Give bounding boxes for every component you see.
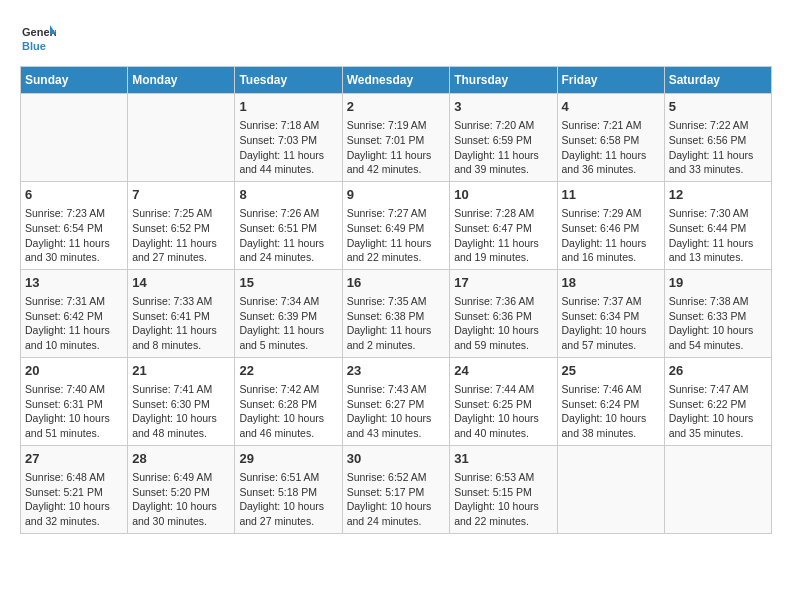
calendar-cell: 18Sunrise: 7:37 AM Sunset: 6:34 PM Dayli… — [557, 269, 664, 357]
calendar-week-3: 13Sunrise: 7:31 AM Sunset: 6:42 PM Dayli… — [21, 269, 772, 357]
calendar-cell: 2Sunrise: 7:19 AM Sunset: 7:01 PM Daylig… — [342, 94, 450, 182]
day-number: 5 — [669, 98, 767, 116]
calendar-cell: 3Sunrise: 7:20 AM Sunset: 6:59 PM Daylig… — [450, 94, 557, 182]
calendar-cell: 1Sunrise: 7:18 AM Sunset: 7:03 PM Daylig… — [235, 94, 342, 182]
day-info: Sunrise: 7:30 AM Sunset: 6:44 PM Dayligh… — [669, 206, 767, 265]
day-number: 19 — [669, 274, 767, 292]
header-cell-tuesday: Tuesday — [235, 67, 342, 94]
day-info: Sunrise: 7:37 AM Sunset: 6:34 PM Dayligh… — [562, 294, 660, 353]
day-number: 31 — [454, 450, 552, 468]
day-info: Sunrise: 7:22 AM Sunset: 6:56 PM Dayligh… — [669, 118, 767, 177]
day-info: Sunrise: 7:20 AM Sunset: 6:59 PM Dayligh… — [454, 118, 552, 177]
calendar-cell: 13Sunrise: 7:31 AM Sunset: 6:42 PM Dayli… — [21, 269, 128, 357]
day-info: Sunrise: 7:42 AM Sunset: 6:28 PM Dayligh… — [239, 382, 337, 441]
calendar-cell: 19Sunrise: 7:38 AM Sunset: 6:33 PM Dayli… — [664, 269, 771, 357]
header-cell-monday: Monday — [128, 67, 235, 94]
calendar-cell: 10Sunrise: 7:28 AM Sunset: 6:47 PM Dayli… — [450, 181, 557, 269]
day-number: 26 — [669, 362, 767, 380]
day-number: 15 — [239, 274, 337, 292]
calendar-cell: 17Sunrise: 7:36 AM Sunset: 6:36 PM Dayli… — [450, 269, 557, 357]
calendar-week-4: 20Sunrise: 7:40 AM Sunset: 6:31 PM Dayli… — [21, 357, 772, 445]
calendar-cell: 24Sunrise: 7:44 AM Sunset: 6:25 PM Dayli… — [450, 357, 557, 445]
day-info: Sunrise: 7:47 AM Sunset: 6:22 PM Dayligh… — [669, 382, 767, 441]
calendar-cell: 22Sunrise: 7:42 AM Sunset: 6:28 PM Dayli… — [235, 357, 342, 445]
calendar-cell: 31Sunrise: 6:53 AM Sunset: 5:15 PM Dayli… — [450, 445, 557, 533]
calendar-cell — [664, 445, 771, 533]
day-number: 4 — [562, 98, 660, 116]
calendar-cell: 23Sunrise: 7:43 AM Sunset: 6:27 PM Dayli… — [342, 357, 450, 445]
logo-icon: General Blue — [20, 20, 56, 56]
day-number: 9 — [347, 186, 446, 204]
day-info: Sunrise: 6:52 AM Sunset: 5:17 PM Dayligh… — [347, 470, 446, 529]
day-info: Sunrise: 7:36 AM Sunset: 6:36 PM Dayligh… — [454, 294, 552, 353]
calendar-cell: 9Sunrise: 7:27 AM Sunset: 6:49 PM Daylig… — [342, 181, 450, 269]
day-info: Sunrise: 7:19 AM Sunset: 7:01 PM Dayligh… — [347, 118, 446, 177]
logo: General Blue — [20, 20, 56, 56]
day-info: Sunrise: 6:48 AM Sunset: 5:21 PM Dayligh… — [25, 470, 123, 529]
calendar-cell: 28Sunrise: 6:49 AM Sunset: 5:20 PM Dayli… — [128, 445, 235, 533]
day-number: 22 — [239, 362, 337, 380]
calendar-cell: 8Sunrise: 7:26 AM Sunset: 6:51 PM Daylig… — [235, 181, 342, 269]
day-info: Sunrise: 7:44 AM Sunset: 6:25 PM Dayligh… — [454, 382, 552, 441]
day-info: Sunrise: 7:35 AM Sunset: 6:38 PM Dayligh… — [347, 294, 446, 353]
calendar-cell: 16Sunrise: 7:35 AM Sunset: 6:38 PM Dayli… — [342, 269, 450, 357]
day-number: 17 — [454, 274, 552, 292]
header-row: SundayMondayTuesdayWednesdayThursdayFrid… — [21, 67, 772, 94]
calendar-cell: 5Sunrise: 7:22 AM Sunset: 6:56 PM Daylig… — [664, 94, 771, 182]
day-number: 24 — [454, 362, 552, 380]
day-number: 23 — [347, 362, 446, 380]
calendar-cell: 15Sunrise: 7:34 AM Sunset: 6:39 PM Dayli… — [235, 269, 342, 357]
calendar-week-2: 6Sunrise: 7:23 AM Sunset: 6:54 PM Daylig… — [21, 181, 772, 269]
day-info: Sunrise: 7:43 AM Sunset: 6:27 PM Dayligh… — [347, 382, 446, 441]
day-info: Sunrise: 7:27 AM Sunset: 6:49 PM Dayligh… — [347, 206, 446, 265]
day-number: 21 — [132, 362, 230, 380]
day-number: 1 — [239, 98, 337, 116]
day-number: 12 — [669, 186, 767, 204]
calendar-week-5: 27Sunrise: 6:48 AM Sunset: 5:21 PM Dayli… — [21, 445, 772, 533]
calendar-cell: 26Sunrise: 7:47 AM Sunset: 6:22 PM Dayli… — [664, 357, 771, 445]
calendar-cell — [128, 94, 235, 182]
header-cell-sunday: Sunday — [21, 67, 128, 94]
calendar-cell: 6Sunrise: 7:23 AM Sunset: 6:54 PM Daylig… — [21, 181, 128, 269]
calendar-cell: 4Sunrise: 7:21 AM Sunset: 6:58 PM Daylig… — [557, 94, 664, 182]
day-info: Sunrise: 7:33 AM Sunset: 6:41 PM Dayligh… — [132, 294, 230, 353]
calendar-body: 1Sunrise: 7:18 AM Sunset: 7:03 PM Daylig… — [21, 94, 772, 534]
svg-text:Blue: Blue — [22, 40, 46, 52]
day-info: Sunrise: 7:34 AM Sunset: 6:39 PM Dayligh… — [239, 294, 337, 353]
calendar-cell: 7Sunrise: 7:25 AM Sunset: 6:52 PM Daylig… — [128, 181, 235, 269]
day-info: Sunrise: 7:31 AM Sunset: 6:42 PM Dayligh… — [25, 294, 123, 353]
day-number: 10 — [454, 186, 552, 204]
calendar-week-1: 1Sunrise: 7:18 AM Sunset: 7:03 PM Daylig… — [21, 94, 772, 182]
day-info: Sunrise: 7:40 AM Sunset: 6:31 PM Dayligh… — [25, 382, 123, 441]
day-number: 11 — [562, 186, 660, 204]
day-number: 7 — [132, 186, 230, 204]
header-cell-saturday: Saturday — [664, 67, 771, 94]
calendar-cell: 29Sunrise: 6:51 AM Sunset: 5:18 PM Dayli… — [235, 445, 342, 533]
calendar-cell — [21, 94, 128, 182]
calendar-cell: 20Sunrise: 7:40 AM Sunset: 6:31 PM Dayli… — [21, 357, 128, 445]
page-header: General Blue — [20, 20, 772, 56]
calendar-table: SundayMondayTuesdayWednesdayThursdayFrid… — [20, 66, 772, 534]
calendar-cell: 30Sunrise: 6:52 AM Sunset: 5:17 PM Dayli… — [342, 445, 450, 533]
day-info: Sunrise: 7:41 AM Sunset: 6:30 PM Dayligh… — [132, 382, 230, 441]
day-info: Sunrise: 6:53 AM Sunset: 5:15 PM Dayligh… — [454, 470, 552, 529]
day-number: 25 — [562, 362, 660, 380]
day-info: Sunrise: 7:38 AM Sunset: 6:33 PM Dayligh… — [669, 294, 767, 353]
calendar-cell: 21Sunrise: 7:41 AM Sunset: 6:30 PM Dayli… — [128, 357, 235, 445]
day-info: Sunrise: 7:23 AM Sunset: 6:54 PM Dayligh… — [25, 206, 123, 265]
day-info: Sunrise: 7:18 AM Sunset: 7:03 PM Dayligh… — [239, 118, 337, 177]
day-info: Sunrise: 7:25 AM Sunset: 6:52 PM Dayligh… — [132, 206, 230, 265]
calendar-cell: 27Sunrise: 6:48 AM Sunset: 5:21 PM Dayli… — [21, 445, 128, 533]
calendar-cell: 11Sunrise: 7:29 AM Sunset: 6:46 PM Dayli… — [557, 181, 664, 269]
day-info: Sunrise: 7:46 AM Sunset: 6:24 PM Dayligh… — [562, 382, 660, 441]
day-number: 14 — [132, 274, 230, 292]
day-number: 28 — [132, 450, 230, 468]
calendar-cell — [557, 445, 664, 533]
day-info: Sunrise: 7:26 AM Sunset: 6:51 PM Dayligh… — [239, 206, 337, 265]
calendar-cell: 25Sunrise: 7:46 AM Sunset: 6:24 PM Dayli… — [557, 357, 664, 445]
day-number: 27 — [25, 450, 123, 468]
calendar-cell: 14Sunrise: 7:33 AM Sunset: 6:41 PM Dayli… — [128, 269, 235, 357]
day-number: 6 — [25, 186, 123, 204]
calendar-cell: 12Sunrise: 7:30 AM Sunset: 6:44 PM Dayli… — [664, 181, 771, 269]
day-info: Sunrise: 7:29 AM Sunset: 6:46 PM Dayligh… — [562, 206, 660, 265]
